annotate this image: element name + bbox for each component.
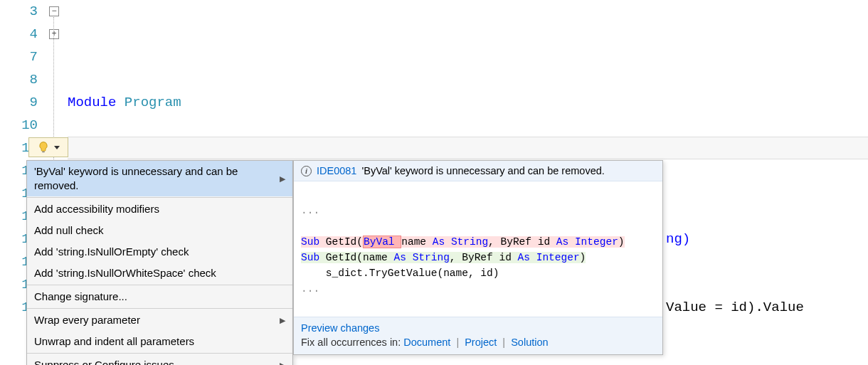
keyword: Module [68, 95, 116, 110]
menu-item-label: Add 'string.IsNullOrWhiteSpace' check [34, 266, 216, 280]
menu-item-label: Wrap every parameter [34, 313, 140, 327]
menu-item-add-null-check[interactable]: Add null check [27, 220, 292, 241]
menu-separator [27, 353, 292, 354]
menu-item-wrap-params[interactable]: Wrap every parameter ▶ [27, 310, 292, 331]
separator: | [456, 337, 459, 348]
fold-toggle-icon[interactable]: + [49, 29, 59, 39]
fold-toggle-icon[interactable]: − [49, 6, 59, 16]
menu-item-change-signature[interactable]: Change signature... [27, 286, 292, 307]
quick-fix-preview: i IDE0081 'ByVal' keyword is unnecessary… [293, 160, 663, 355]
fix-solution-link[interactable]: Solution [511, 337, 548, 348]
line-number: 4 [0, 23, 38, 46]
preview-header: i IDE0081 'ByVal' keyword is unnecessary… [294, 161, 662, 181]
menu-item-suppress-configure[interactable]: Suppress or Configure issues ▶ [27, 354, 292, 365]
ellipsis: ... [301, 283, 319, 295]
fix-document-link[interactable]: Document [403, 337, 450, 348]
quick-actions-menu: 'ByVal' keyword is unnecessary and can b… [26, 160, 293, 365]
menu-item-label: Change signature... [34, 290, 127, 304]
info-icon: i [301, 166, 312, 176]
line-number: 8 [0, 68, 38, 91]
current-line-highlight [68, 137, 868, 159]
menu-item-isnullorwhitespace[interactable]: Add 'string.IsNullOrWhiteSpace' check [27, 263, 292, 284]
menu-item-label: Add 'string.IsNullOrEmpty' check [34, 245, 189, 259]
menu-separator [27, 308, 292, 309]
ellipsis: ... [301, 205, 319, 216]
svg-rect-0 [42, 152, 45, 153]
lightbulb-icon [37, 141, 50, 154]
chevron-right-icon: ▶ [280, 358, 285, 365]
line-number: 9 [0, 91, 38, 114]
separator: | [502, 337, 505, 348]
menu-item-label: 'ByVal' keyword is unnecessary and can b… [34, 164, 280, 193]
line-number: 10 [0, 114, 38, 137]
menu-separator [27, 285, 292, 285]
menu-item-label: Add null check [34, 223, 104, 238]
preview-footer: Preview changes Fix all occurrences in: … [294, 317, 662, 354]
menu-separator [27, 197, 292, 198]
line-number: 3 [0, 0, 38, 23]
diff-context-line: s_dict.TryGetValue(name, id) [301, 268, 499, 279]
menu-item-remove-byval[interactable]: 'ByVal' keyword is unnecessary and can b… [27, 161, 292, 196]
lightbulb-quick-actions[interactable] [28, 137, 68, 157]
chevron-right-icon: ▶ [280, 313, 285, 327]
diagnostic-id-link[interactable]: IDE0081 [317, 165, 356, 176]
type-name: Program [125, 95, 181, 110]
menu-item-label: Unwrap and indent all parameters [34, 334, 194, 349]
line-number: 7 [0, 46, 38, 68]
menu-item-label: Add accessibility modifiers [34, 202, 159, 216]
chevron-right-icon: ▶ [280, 171, 285, 186]
menu-item-label: Suppress or Configure issues [34, 358, 174, 365]
menu-item-isnullorempty[interactable]: Add 'string.IsNullOrEmpty' check [27, 241, 292, 263]
preview-changes-link[interactable]: Preview changes [301, 322, 379, 334]
menu-item-unwrap-params[interactable]: Unwrap and indent all parameters [27, 331, 292, 352]
fix-project-link[interactable]: Project [465, 337, 497, 348]
chevron-down-icon [54, 146, 60, 149]
fix-scope-label: Fix all occurrences in: [301, 337, 401, 348]
menu-item-add-accessibility[interactable]: Add accessibility modifiers [27, 199, 292, 220]
diff-view: ... Sub GetId(ByVal name As String, ByRe… [294, 181, 662, 317]
diagnostic-title: 'ByVal' keyword is unnecessary and can b… [361, 165, 604, 176]
